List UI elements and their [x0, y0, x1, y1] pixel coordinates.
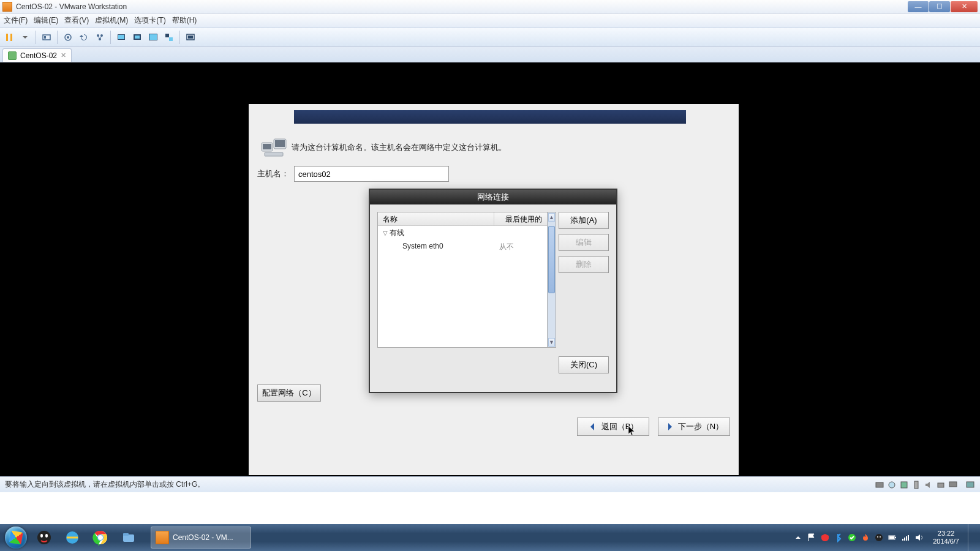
snapshot-take-icon[interactable] — [61, 31, 75, 44]
svg-point-32 — [40, 534, 43, 538]
scroll-up-icon[interactable]: ▲ — [548, 213, 555, 222]
show-desktop-button[interactable] — [968, 524, 975, 551]
toolbar — [0, 28, 980, 47]
menu-file[interactable]: 文件(F) — [4, 15, 28, 26]
pinned-qq-icon[interactable] — [31, 527, 58, 549]
pinned-explorer-icon[interactable] — [115, 527, 142, 549]
svg-rect-3 — [44, 36, 46, 39]
computer-icon — [261, 137, 287, 161]
svg-rect-50 — [908, 535, 909, 541]
hostname-row: 主机名： — [257, 166, 449, 182]
snapshot-manage-icon[interactable] — [93, 31, 107, 44]
tray-bluetooth-icon[interactable] — [834, 533, 843, 542]
dialog-body: 名称 最后使用的 有线 System eth0 从不 ▲ ▼ — [370, 204, 616, 392]
svg-rect-0 — [6, 34, 8, 41]
connection-item[interactable]: System eth0 从不 — [378, 240, 547, 254]
device-display-icon[interactable] — [948, 480, 958, 490]
vm-viewport[interactable]: 请为这台计算机命名。该主机名会在网络中定义这台计算机。 主机名： 配置网络（C）… — [0, 62, 980, 476]
delete-button[interactable]: 删除 — [559, 256, 609, 273]
svg-rect-12 — [135, 36, 140, 39]
view-cycle-icon[interactable] — [184, 31, 197, 44]
scroll-thumb[interactable] — [548, 226, 555, 293]
pinned-chrome-icon[interactable] — [87, 527, 114, 549]
hostname-input[interactable] — [294, 166, 449, 182]
menu-edit[interactable]: 编辑(E) — [34, 15, 58, 26]
svg-rect-26 — [901, 482, 907, 488]
svg-rect-28 — [938, 483, 944, 487]
svg-rect-48 — [904, 538, 905, 541]
power-dropdown-icon[interactable] — [18, 31, 32, 44]
close-button[interactable]: ✕ — [951, 1, 978, 12]
tray-flag-icon[interactable] — [807, 533, 816, 542]
next-button-label: 下一步（N） — [678, 421, 723, 432]
edit-button[interactable]: 编辑 — [559, 234, 609, 251]
toolbar-separator — [57, 31, 58, 44]
tray-antivirus-icon[interactable] — [820, 533, 830, 542]
back-button[interactable]: 返回（B） — [577, 418, 649, 436]
tray-volume-icon[interactable] — [914, 533, 924, 542]
toolbar-separator — [36, 31, 36, 44]
send-ctrlaltdel-icon[interactable] — [40, 31, 53, 44]
pinned-ie-icon[interactable] — [59, 527, 86, 549]
next-button[interactable]: 下一步（N） — [658, 418, 730, 436]
clock-date: 2014/6/7 — [933, 538, 959, 545]
menu-help[interactable]: 帮助(H) — [172, 15, 197, 26]
column-last-used[interactable]: 最后使用的 — [494, 212, 547, 225]
status-device-icons — [875, 480, 975, 490]
list-rows: 有线 System eth0 从不 — [378, 226, 547, 347]
tray-battery-icon[interactable] — [888, 533, 897, 542]
menu-view[interactable]: 查看(V) — [64, 15, 89, 26]
svg-rect-10 — [118, 35, 124, 39]
menu-vm[interactable]: 虚拟机(M) — [95, 15, 128, 26]
svg-rect-2 — [43, 35, 50, 40]
back-button-label: 返回（B） — [601, 421, 639, 432]
vm-tab[interactable]: CentOS-02 ✕ — [2, 48, 72, 62]
vm-tab-icon — [8, 51, 17, 60]
add-button[interactable]: 添加(A) — [559, 212, 609, 229]
window-title: CentOS-02 - VMware Workstation — [16, 2, 127, 11]
scroll-down-icon[interactable]: ▼ — [548, 338, 555, 347]
device-cdrom-icon[interactable] — [887, 480, 897, 490]
taskbar-running-vmware[interactable]: CentOS-02 - VM... — [151, 527, 251, 549]
power-pause-icon[interactable] — [2, 31, 16, 44]
svg-rect-47 — [902, 539, 903, 541]
view-console-icon[interactable] — [115, 31, 128, 44]
instruction-text: 请为这台计算机命名。该主机名会在网络中定义这台计算机。 — [292, 142, 507, 153]
svg-rect-22 — [275, 140, 285, 147]
device-usb-icon[interactable] — [911, 480, 921, 490]
tray-flame-icon[interactable] — [861, 533, 870, 542]
device-sound-icon[interactable] — [924, 480, 933, 490]
svg-rect-27 — [914, 481, 918, 489]
menu-bar: 文件(F) 编辑(E) 查看(V) 虚拟机(M) 选项卡(T) 帮助(H) — [0, 13, 980, 28]
snapshot-revert-icon[interactable] — [77, 31, 91, 44]
dialog-title: 网络连接 — [370, 190, 616, 204]
configure-network-button[interactable]: 配置网络（C） — [257, 384, 321, 402]
tray-network-icon[interactable] — [901, 533, 911, 542]
svg-point-37 — [98, 535, 103, 540]
maximize-button[interactable]: ☐ — [929, 1, 950, 12]
pinned-apps — [31, 527, 142, 549]
tray-security-icon[interactable] — [847, 533, 857, 542]
view-stretch-icon[interactable] — [130, 31, 144, 44]
device-network-icon[interactable] — [899, 480, 909, 490]
group-wired[interactable]: 有线 — [378, 226, 547, 240]
view-unity-icon[interactable] — [162, 31, 176, 44]
minimize-button[interactable]: — — [908, 1, 929, 12]
device-harddisk-icon[interactable] — [875, 480, 884, 490]
tray-expand-icon[interactable] — [793, 533, 803, 542]
start-button[interactable] — [2, 524, 29, 551]
message-log-icon[interactable] — [965, 480, 975, 490]
connection-list[interactable]: 名称 最后使用的 有线 System eth0 从不 — [377, 212, 548, 348]
list-scrollbar[interactable]: ▲ ▼ — [548, 212, 556, 348]
dialog-close-button[interactable]: 关闭(C) — [559, 356, 609, 373]
view-fullscreen-icon[interactable] — [146, 31, 160, 44]
tab-close-icon[interactable]: ✕ — [61, 51, 66, 59]
menu-tabs[interactable]: 选项卡(T) — [134, 15, 165, 26]
device-printer-icon[interactable] — [936, 480, 946, 490]
tray-qq-icon[interactable] — [874, 533, 884, 542]
dialog-button-column: 添加(A) 编辑 删除 — [559, 212, 609, 273]
svg-rect-39 — [123, 533, 129, 536]
taskbar-clock[interactable]: 23:22 2014/6/7 — [928, 530, 964, 545]
taskbar-running-label: CentOS-02 - VM... — [173, 533, 233, 542]
column-name[interactable]: 名称 — [378, 212, 494, 225]
